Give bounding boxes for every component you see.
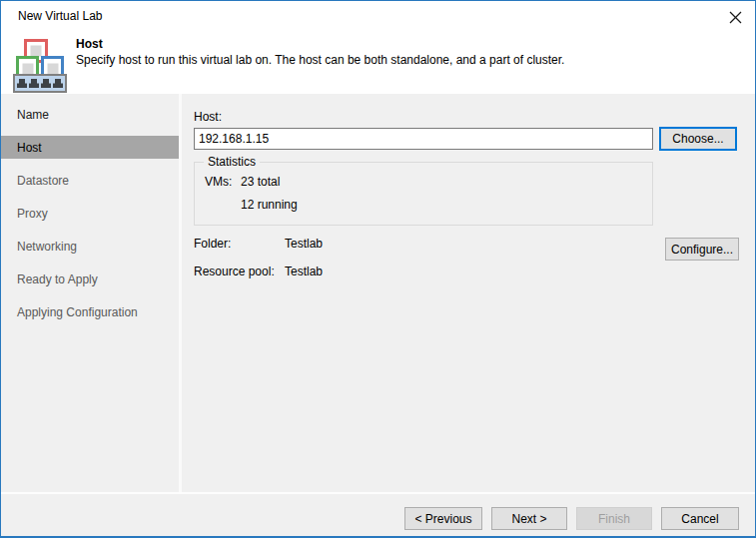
wizard-header: Host Specify host to run this virtual la…: [1, 31, 755, 94]
next-button[interactable]: Next >: [491, 507, 567, 530]
sidebar-item-label: Networking: [17, 240, 77, 254]
vms-total-value: 23 total: [241, 175, 280, 189]
window-title: New Virtual Lab: [18, 9, 103, 23]
vms-running-value: 12 running: [241, 198, 298, 212]
vms-label: VMs:: [205, 175, 232, 189]
sidebar-item-datastore[interactable]: Datastore: [1, 169, 179, 192]
sidebar-item-networking[interactable]: Networking: [1, 235, 179, 258]
cancel-button-label: Cancel: [681, 512, 718, 526]
folder-value: Testlab: [285, 237, 323, 251]
finish-button-label: Finish: [598, 512, 630, 526]
step-content: Host: Choose... Statistics VMs: 23 total…: [182, 94, 755, 492]
close-icon: [729, 11, 742, 24]
finish-button: Finish: [576, 507, 652, 530]
sidebar-item-label: Applying Configuration: [17, 305, 138, 319]
titlebar: New Virtual Lab: [1, 1, 755, 31]
host-input[interactable]: [194, 128, 653, 150]
sidebar-item-label: Ready to Apply: [17, 272, 98, 286]
statistics-title: Statistics: [204, 155, 260, 169]
network-ports-icon: [13, 74, 67, 93]
close-button[interactable]: [726, 8, 744, 26]
sidebar-item-label: Proxy: [17, 207, 48, 221]
sidebar-item-name[interactable]: Name: [1, 103, 179, 126]
previous-button[interactable]: < Previous: [404, 507, 482, 530]
configure-button-label: Configure...: [671, 243, 733, 257]
wizard-steps-sidebar: Name Host Datastore Proxy Networking Rea…: [1, 94, 182, 492]
next-button-label: Next >: [511, 512, 546, 526]
sidebar-item-ready-to-apply[interactable]: Ready to Apply: [1, 268, 179, 290]
statistics-groupbox: Statistics VMs: 23 total 12 running: [194, 162, 653, 226]
virtual-lab-icon: [13, 38, 71, 96]
sidebar-item-label: Host: [17, 141, 42, 155]
folder-label: Folder:: [194, 237, 231, 251]
resource-pool-value: Testlab: [285, 265, 323, 278]
sidebar-item-host[interactable]: Host: [1, 136, 179, 159]
sidebar-item-label: Name: [17, 108, 49, 122]
wizard-body: Name Host Datastore Proxy Networking Rea…: [1, 94, 755, 492]
host-field-label: Host:: [194, 110, 222, 124]
wizard-footer: < Previous Next > Finish Cancel: [1, 492, 755, 537]
resource-pool-label: Resource pool:: [194, 265, 275, 278]
step-description: Specify host to run this virtual lab on.…: [76, 53, 695, 67]
sidebar-item-proxy[interactable]: Proxy: [1, 202, 179, 225]
step-title: Host: [76, 37, 103, 51]
new-virtual-lab-dialog: New Virtual Lab Host Specify host to run…: [0, 0, 756, 538]
previous-button-label: < Previous: [414, 512, 471, 526]
configure-button[interactable]: Configure...: [665, 238, 739, 261]
cancel-button[interactable]: Cancel: [661, 507, 739, 530]
sidebar-item-applying-configuration[interactable]: Applying Configuration: [1, 300, 179, 323]
choose-button-label: Choose...: [672, 132, 723, 146]
choose-button[interactable]: Choose...: [659, 127, 737, 151]
sidebar-item-label: Datastore: [17, 174, 69, 188]
